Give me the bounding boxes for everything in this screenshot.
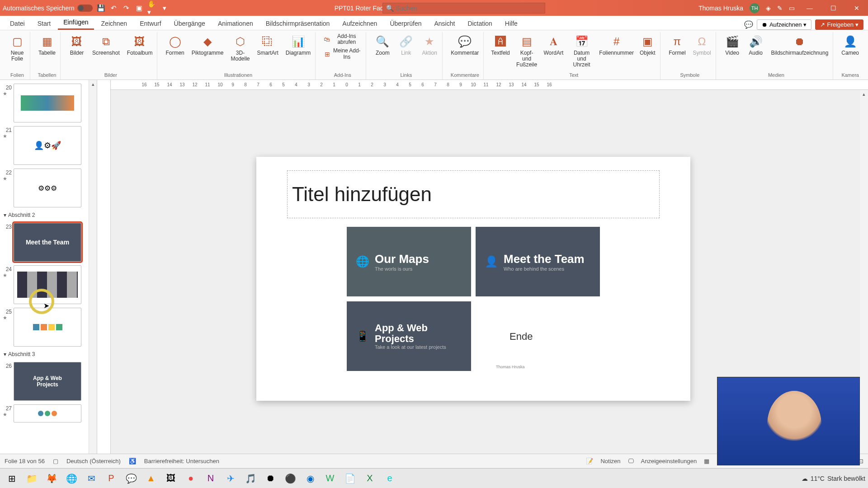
- onenote-icon[interactable]: N: [202, 470, 220, 487]
- formen-button[interactable]: ◯Formen: [164, 33, 186, 57]
- anzeige-button[interactable]: Anzeigeeinstellungen: [641, 458, 697, 465]
- fotoalbum-button[interactable]: 🖼Fotoalbum: [125, 33, 155, 57]
- app-icon[interactable]: 🎵: [241, 470, 259, 487]
- chrome-icon[interactable]: 🌐: [62, 470, 80, 487]
- slide-thumb-22[interactable]: ⚙⚙⚙: [14, 169, 81, 207]
- meine-addins-button[interactable]: ⊞Meine Add-Ins: [322, 47, 363, 60]
- telegram-icon[interactable]: ✈: [222, 470, 240, 487]
- start-button[interactable]: ⊞: [3, 470, 21, 487]
- explorer-icon[interactable]: 📁: [23, 470, 41, 487]
- slide-thumb-21[interactable]: 👤⚙🚀: [14, 126, 81, 165]
- user-name[interactable]: Thomas Hruska: [698, 5, 743, 12]
- slide-thumbnails-panel[interactable]: 20★ 21★ 👤⚙🚀 22★ ⚙⚙⚙ ▾Abschnitt 2 23 Meet…: [0, 80, 97, 474]
- app-icon[interactable]: ◉: [301, 470, 319, 487]
- maximize-button[interactable]: ☐: [825, 2, 842, 14]
- slide-thumb-20[interactable]: [14, 84, 81, 122]
- tab-einfuegen[interactable]: Einfügen: [58, 16, 94, 30]
- kommentar-button[interactable]: 💬Kommentar: [449, 33, 481, 57]
- app-icon[interactable]: 📄: [341, 470, 359, 487]
- spellcheck-icon[interactable]: ▢: [53, 458, 58, 465]
- neue-folie-button[interactable]: ▢Neue Folie: [7, 33, 27, 63]
- excel-icon[interactable]: X: [361, 470, 379, 487]
- notizen-button[interactable]: Notizen: [600, 458, 620, 465]
- firefox-icon[interactable]: 🦊: [42, 470, 61, 487]
- coming-soon-icon[interactable]: ◈: [766, 5, 771, 12]
- audio-button[interactable]: 🔊Audio: [746, 33, 766, 57]
- ende-text[interactable]: Ende: [509, 331, 533, 343]
- tab-entwurf[interactable]: Entwurf: [134, 17, 166, 30]
- zoom-button[interactable]: 🔍Zoom: [373, 33, 392, 57]
- tab-ansicht[interactable]: Ansicht: [429, 17, 460, 30]
- kopfzeile-button[interactable]: ▤Kopf- und Fußzeile: [514, 33, 539, 69]
- textfeld-button[interactable]: 🅰Textfeld: [490, 33, 510, 57]
- zoom-card-team[interactable]: 👤 Meet the TeamWho are behind the scenes: [476, 227, 600, 296]
- pen-icon[interactable]: ✎: [777, 5, 783, 12]
- tab-animationen[interactable]: Animationen: [212, 17, 259, 30]
- redo-icon[interactable]: ↷: [123, 4, 131, 12]
- link-button[interactable]: 🔗Link: [396, 33, 416, 57]
- app-icon[interactable]: 💬: [122, 470, 140, 487]
- screenrec-button[interactable]: ⏺Bildschirmaufzeichnung: [769, 33, 830, 57]
- aktion-button[interactable]: ★Aktion: [420, 33, 439, 57]
- close-button[interactable]: ✕: [848, 2, 865, 14]
- bilder-button[interactable]: 🖼Bilder: [67, 33, 87, 57]
- save-icon[interactable]: 💾: [97, 4, 105, 12]
- video-button[interactable]: 🎬Video: [722, 33, 742, 57]
- weather-widget[interactable]: ☁ 11°C Stark bewölkt: [802, 475, 865, 482]
- objekt-button[interactable]: ▣Objekt: [637, 33, 657, 57]
- section-header-2[interactable]: ▾Abschnitt 2: [0, 209, 89, 221]
- normal-view-icon[interactable]: ▦: [704, 458, 709, 465]
- symbol-button[interactable]: ΩSymbol: [691, 33, 713, 57]
- minimize-button[interactable]: —: [801, 2, 818, 14]
- smartart-button[interactable]: ⿻SmartArt: [255, 33, 280, 57]
- obs-icon[interactable]: ⚫: [281, 470, 299, 487]
- window-snap-icon[interactable]: ▭: [789, 5, 795, 12]
- undo-icon[interactable]: ↶: [110, 4, 118, 12]
- outlook-icon[interactable]: ✉: [82, 470, 100, 487]
- title-placeholder[interactable]: Titel hinzufügen: [287, 170, 660, 218]
- tab-hilfe[interactable]: Hilfe: [500, 17, 523, 30]
- comments-icon[interactable]: 💬: [744, 20, 753, 29]
- 3dmodelle-button[interactable]: ⬡3D- Modelle: [229, 33, 251, 63]
- accessibility-label[interactable]: Barrierefreiheit: Untersuchen: [144, 458, 219, 465]
- tabelle-button[interactable]: ▦Tabelle: [37, 33, 57, 57]
- slide-thumb-24[interactable]: [14, 265, 81, 304]
- foliennummer-button[interactable]: #Foliennummer: [599, 33, 634, 57]
- cameo-button[interactable]: 👤Cameo: [840, 33, 861, 57]
- search-box[interactable]: 🔍: [382, 3, 545, 14]
- scroll-up-icon[interactable]: ▴: [860, 90, 868, 98]
- app-icon[interactable]: 🖼: [162, 470, 180, 487]
- screenshot-button[interactable]: ⧉Screenshot: [90, 33, 122, 57]
- diagramm-button[interactable]: 📊Diagramm: [284, 33, 312, 57]
- app-icon[interactable]: ●: [182, 470, 200, 487]
- share-button[interactable]: ↗Freigeben▾: [815, 19, 863, 30]
- scroll-up-icon[interactable]: ▴: [89, 80, 97, 88]
- datum-button[interactable]: 📅Datum und Uhrzeit: [568, 33, 595, 69]
- wordart-button[interactable]: 𝐀WordArt: [543, 33, 565, 57]
- tab-bildschirm[interactable]: Bildschirmpräsentation: [260, 17, 335, 30]
- tab-ueberpruefen[interactable]: Überprüfen: [384, 17, 427, 30]
- zoom-card-projects[interactable]: 📱 App & Web ProjectsTake a look at our l…: [347, 301, 471, 371]
- edge-icon[interactable]: e: [381, 470, 399, 487]
- word-icon[interactable]: W: [321, 470, 339, 487]
- slide-thumb-26[interactable]: App & Web Projects: [14, 362, 81, 401]
- tab-uebergaenge[interactable]: Übergänge: [169, 17, 211, 30]
- tab-datei[interactable]: Datei: [5, 17, 30, 30]
- toggle-switch[interactable]: [77, 5, 93, 12]
- slide-counter[interactable]: Folie 18 von 56: [5, 458, 45, 465]
- touch-icon[interactable]: ✋▾: [148, 4, 156, 12]
- app-icon[interactable]: ⏺: [261, 470, 279, 487]
- slide-thumb-27[interactable]: [14, 404, 81, 422]
- slide-editor[interactable]: Titel hinzufügen 🌐 Our MapsThe worls is …: [256, 157, 690, 401]
- addins-abrufen-button[interactable]: 🛍Add-Ins abrufen: [322, 33, 363, 46]
- tab-dictation[interactable]: Dictation: [462, 17, 497, 30]
- tab-zeichnen[interactable]: Zeichnen: [96, 17, 133, 30]
- search-input[interactable]: [382, 3, 545, 14]
- tab-start[interactable]: Start: [32, 17, 57, 30]
- section-header-3[interactable]: ▾Abschnitt 3: [0, 348, 89, 360]
- zoom-card-maps[interactable]: 🌐 Our MapsThe worls is ours: [347, 227, 471, 296]
- thumbs-scrollbar[interactable]: ▴ ▾: [89, 80, 97, 474]
- slide-thumb-25[interactable]: [14, 308, 81, 347]
- user-avatar[interactable]: TH: [750, 3, 760, 13]
- qat-more-icon[interactable]: ▾: [160, 4, 169, 12]
